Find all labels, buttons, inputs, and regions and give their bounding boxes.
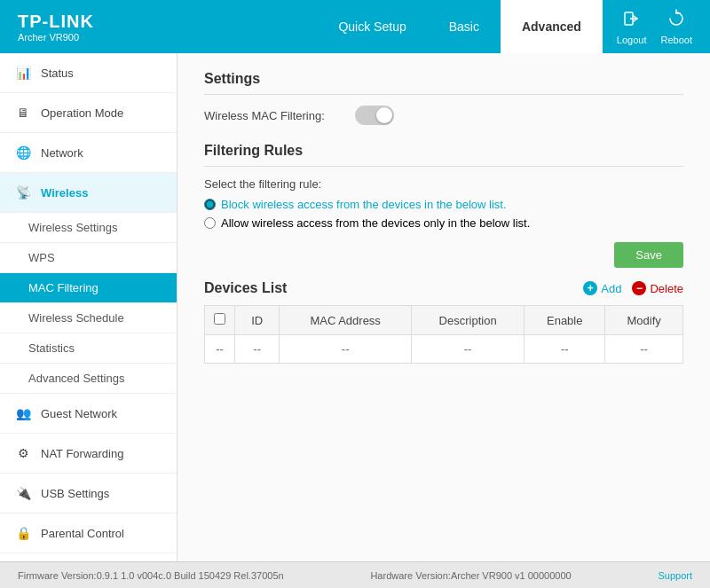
sidebar-item-usb-settings[interactable]: USB Settings xyxy=(0,474,177,514)
th-modify: Modify xyxy=(605,306,683,335)
radio-block-label: Block wireless access from the devices i… xyxy=(221,198,507,211)
th-checkbox xyxy=(205,306,235,335)
sidebar-item-guest-network[interactable]: Guest Network xyxy=(0,394,177,434)
sidebar-sub-item-statistics[interactable]: Statistics xyxy=(0,333,177,364)
delete-button[interactable]: − Delete xyxy=(632,281,683,295)
filter-select-label: Select the filtering rule: xyxy=(204,177,683,191)
logout-icon xyxy=(622,9,642,33)
sidebar-sub-label-mac-filtering: MAC Filtering xyxy=(28,281,99,294)
opmode-icon xyxy=(14,104,32,122)
parental-icon xyxy=(14,524,32,542)
sidebar-item-bandwidth-control[interactable]: Bandwidth Control xyxy=(0,553,177,561)
devices-actions: + Add − Delete xyxy=(583,281,683,295)
table-header-row: ID MAC Address Description Enable Modify xyxy=(205,306,683,335)
header-actions: Logout Reboot xyxy=(617,9,692,45)
devices-section: Devices List + Add − Delete xyxy=(204,280,683,364)
sidebar: Status Operation Mode Network Wireless W… xyxy=(0,53,178,561)
table-header: ID MAC Address Description Enable Modify xyxy=(205,306,683,335)
sidebar-sub-item-mac-filtering[interactable]: MAC Filtering xyxy=(0,273,177,303)
th-desc: Description xyxy=(411,306,524,335)
wireless-icon xyxy=(14,184,32,201)
main-content: Settings Wireless MAC Filtering: Filteri… xyxy=(178,53,710,561)
sidebar-label-status: Status xyxy=(41,67,74,80)
sidebar-label-guest: Guest Network xyxy=(41,407,117,420)
footer-hardware: Hardware Version:Archer VR900 v1 0000000… xyxy=(370,570,571,581)
sidebar-item-nat-forwarding[interactable]: NAT Forwarding xyxy=(0,434,177,474)
save-button[interactable]: Save xyxy=(614,242,683,268)
mac-filtering-row: Wireless MAC Filtering: xyxy=(204,106,683,125)
logo-model: Archer VR900 xyxy=(18,32,94,43)
layout: Status Operation Mode Network Wireless W… xyxy=(0,53,710,561)
select-all-checkbox[interactable] xyxy=(214,313,225,325)
delete-label: Delete xyxy=(650,282,683,295)
td-checkbox: -- xyxy=(205,335,235,364)
sidebar-label-opmode: Operation Mode xyxy=(41,106,123,120)
sidebar-label-wireless: Wireless xyxy=(41,186,88,200)
status-icon xyxy=(14,64,32,82)
sidebar-sub-item-wireless-settings[interactable]: Wireless Settings xyxy=(0,213,177,243)
radio-block-input[interactable] xyxy=(204,199,216,210)
radio-allow-input[interactable] xyxy=(204,217,216,229)
logo-area: TP-LINK Archer VR900 xyxy=(18,12,94,43)
td-modify: -- xyxy=(605,335,683,364)
table-row: -- -- -- -- -- -- xyxy=(205,335,683,364)
sidebar-item-operation-mode[interactable]: Operation Mode xyxy=(0,93,177,133)
network-icon xyxy=(14,144,32,161)
usb-icon xyxy=(14,484,32,502)
devices-table: ID MAC Address Description Enable Modify… xyxy=(204,305,683,364)
nat-icon xyxy=(14,444,32,462)
settings-section-title: Settings xyxy=(204,71,683,95)
mac-filtering-label: Wireless MAC Filtering: xyxy=(204,109,346,122)
td-enable: -- xyxy=(525,335,605,364)
tab-basic[interactable]: Basic xyxy=(428,0,501,53)
filtering-rules-title: Filtering Rules xyxy=(204,143,683,167)
reboot-icon xyxy=(667,9,686,33)
sidebar-sub-label-advanced-settings: Advanced Settings xyxy=(28,372,124,385)
footer: Firmware Version:0.9.1 1.0 v004c.0 Build… xyxy=(0,561,710,588)
add-icon: + xyxy=(583,281,597,295)
reboot-button[interactable]: Reboot xyxy=(661,9,692,45)
tab-quick-setup[interactable]: Quick Setup xyxy=(317,0,427,53)
save-button-row: Save xyxy=(204,242,683,268)
td-mac: -- xyxy=(280,335,412,364)
logout-label: Logout xyxy=(617,35,647,45)
td-desc: -- xyxy=(411,335,524,364)
mac-filtering-toggle[interactable] xyxy=(355,106,394,125)
toggle-knob xyxy=(376,107,392,123)
header: TP-LINK Archer VR900 Quick Setup Basic A… xyxy=(0,0,710,53)
th-enable: Enable xyxy=(525,306,605,335)
radio-allow[interactable]: Allow wireless access from the devices o… xyxy=(204,216,683,230)
sidebar-sub-label-statistics: Statistics xyxy=(28,341,75,355)
sidebar-label-parental: Parental Control xyxy=(41,527,124,540)
sidebar-item-network[interactable]: Network xyxy=(0,133,177,173)
sidebar-sub-item-wps[interactable]: WPS xyxy=(0,243,177,273)
sidebar-sub-label-wireless-schedule: Wireless Schedule xyxy=(28,311,124,325)
footer-support-link[interactable]: Support xyxy=(658,570,692,581)
sidebar-sub-item-wireless-schedule[interactable]: Wireless Schedule xyxy=(0,303,177,333)
sidebar-item-parental-control[interactable]: Parental Control xyxy=(0,514,177,553)
devices-header: Devices List + Add − Delete xyxy=(204,280,683,296)
sidebar-item-status[interactable]: Status xyxy=(0,53,177,93)
radio-block[interactable]: Block wireless access from the devices i… xyxy=(204,198,683,211)
td-id: -- xyxy=(235,335,280,364)
devices-list-title: Devices List xyxy=(204,280,287,296)
sidebar-label-usb: USB Settings xyxy=(41,487,109,500)
sidebar-sub-label-wireless-settings: Wireless Settings xyxy=(28,221,117,234)
logo-brand: TP-LINK xyxy=(18,12,94,32)
sidebar-item-wireless[interactable]: Wireless xyxy=(0,173,177,213)
nav-tabs: Quick Setup Basic Advanced xyxy=(317,0,602,53)
th-mac: MAC Address xyxy=(280,306,412,335)
radio-allow-label: Allow wireless access from the devices o… xyxy=(221,216,530,230)
sidebar-sub-label-wps: WPS xyxy=(28,251,55,264)
logout-button[interactable]: Logout xyxy=(617,9,647,45)
guest-icon xyxy=(14,404,32,422)
footer-firmware: Firmware Version:0.9.1 1.0 v004c.0 Build… xyxy=(18,570,284,581)
tab-advanced[interactable]: Advanced xyxy=(501,0,603,53)
reboot-label: Reboot xyxy=(661,35,692,45)
delete-icon: − xyxy=(632,281,646,295)
table-body: -- -- -- -- -- -- xyxy=(205,335,683,364)
sidebar-sub-item-advanced-settings[interactable]: Advanced Settings xyxy=(0,364,177,394)
th-id: ID xyxy=(235,306,280,335)
add-label: Add xyxy=(601,282,621,295)
add-button[interactable]: + Add xyxy=(583,281,621,295)
